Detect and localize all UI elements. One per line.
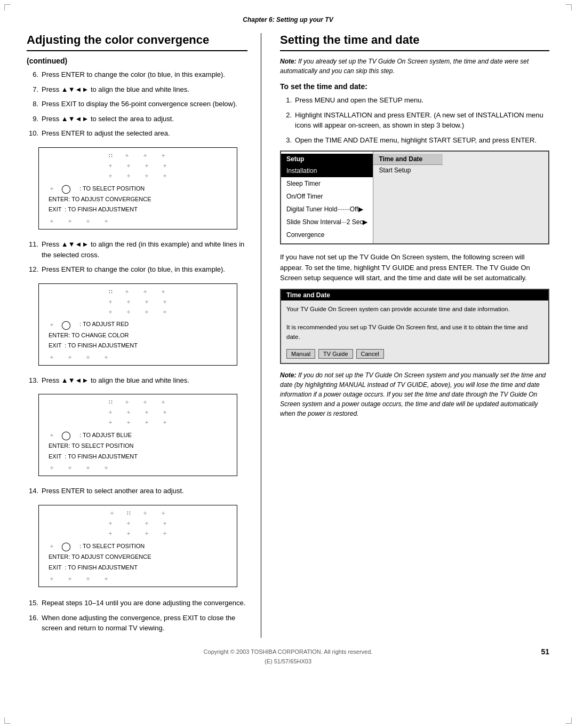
tv-dialog-header: Time and Date [281, 290, 548, 300]
tv-menu-item-convergence: Convergence [281, 228, 373, 241]
tv-dialog: Time and Date Your TV Guide On Screen sy… [280, 289, 549, 364]
footer-copyright: Copyright © 2003 TOSHIBA CORPORATION. Al… [204, 648, 373, 655]
grid-diagram-1: ∷ ＋ ＋ ＋ ＋ ＋ ＋ ＋ ＋ ＋ [38, 147, 237, 230]
footer-model: (E) 51/57/65HX03 [27, 657, 549, 665]
page: Chapter 6: Setting up your TV Adjusting … [0, 0, 576, 728]
list-item: 7. Press ▲▼◄► to align the blue and whit… [27, 84, 247, 95]
tv-menu-right: Time and Date Start Setup [373, 152, 443, 243]
tv-menu-item-digital-tuner: Digital Tuner Hold·······Off▶ [281, 203, 373, 216]
corner-bl [4, 717, 11, 724]
tv-menu-left-header: Setup [281, 154, 373, 164]
note-bottom: Note: If you do not set up the TV Guide … [280, 370, 549, 418]
grid-diagram-3: ∷ ＋ ＋ ＋ ＋ ＋ ＋ ＋ ＋ ＋ [38, 394, 237, 476]
left-section-title: Adjusting the color convergence [27, 33, 247, 51]
steps-list-3: 13. Press ▲▼◄► to align the blue and whi… [27, 375, 247, 386]
col-right: Setting the time and date Note: If you a… [277, 33, 549, 425]
list-item: 1. Press MENU and open the SETUP menu. [280, 95, 549, 106]
tv-menu-right-item-start-setup: Start Setup [373, 165, 443, 176]
right-steps-list: 1. Press MENU and open the SETUP menu. 2… [280, 95, 549, 145]
tv-guide-button[interactable]: TV Guide [318, 349, 353, 359]
tv-menu-left: Setup Installation Sleep Timer On/Off Ti… [281, 152, 373, 243]
chapter-header: Chapter 6: Setting up your TV [27, 16, 549, 23]
right-section-title: Setting the time and date [280, 33, 549, 51]
corner-tl [4, 4, 11, 11]
tv-dialog-body: Your TV Guide On Screen system can provi… [281, 300, 548, 346]
steps-list-2: 11. Press ▲▼◄► to align the red (in this… [27, 239, 247, 275]
tv-menu-screenshot: Setup Installation Sleep Timer On/Off Ti… [280, 151, 549, 244]
left-subsection-title: (continued) [27, 57, 247, 65]
note-top: Note: If you already set up the TV Guide… [280, 57, 549, 76]
grid-diagram-4: ＋ ∷ ＋ ＋ ＋ ＋ ＋ ＋ ＋ ＋ [38, 505, 237, 587]
page-inner: Chapter 6: Setting up your TV Adjusting … [0, 0, 576, 681]
manual-button[interactable]: Manual [286, 349, 315, 359]
page-number: 51 [541, 647, 549, 656]
to-set-label: To set the time and date: [280, 82, 549, 91]
page-footer: Copyright © 2003 TOSHIBA CORPORATION. Al… [27, 648, 549, 655]
grid-diagram-2: ∷ ＋ ＋ ＋ ＋ ＋ ＋ ＋ ＋ ＋ [38, 283, 237, 366]
list-item: 14. Press ENTER to select another area t… [27, 486, 247, 496]
list-item: 2. Highlight INSTALLATION and press ENTE… [280, 110, 549, 131]
steps-list-5: 15. Repeat steps 10–14 until you are don… [27, 598, 247, 634]
list-item: 11. Press ▲▼◄► to align the red (in this… [27, 239, 247, 260]
para-1: If you have not set up the TV Guide On S… [280, 252, 549, 283]
tv-menu-right-header: Time and Date [373, 154, 443, 165]
list-item: 16. When done adjusting the convergence,… [27, 613, 247, 634]
tv-menu-item-sleep-timer: Sleep Timer [281, 177, 373, 190]
tv-menu-item-slide-show: Slide Show Interval···2 Sec▶ [281, 216, 373, 228]
corner-tr [565, 4, 572, 11]
list-item: 10. Press ENTER to adjust the selected a… [27, 128, 247, 139]
tv-menu-item-installation: Installation [281, 164, 373, 177]
list-item: 6. Press ENTER to change the color (to b… [27, 69, 247, 80]
list-item: 15. Repeat steps 10–14 until you are don… [27, 598, 247, 608]
list-item: 3. Open the TIME AND DATE menu, highligh… [280, 135, 549, 146]
steps-list: 6. Press ENTER to change the color (to b… [27, 69, 247, 139]
tv-dialog-buttons: Manual TV Guide Cancel [281, 346, 548, 363]
two-col-layout: Adjusting the color convergence (continu… [27, 33, 549, 638]
corner-br [565, 717, 572, 724]
cancel-button[interactable]: Cancel [356, 349, 384, 359]
list-item: 13. Press ▲▼◄► to align the blue and whi… [27, 375, 247, 386]
list-item: 12. Press ENTER to change the color (to … [27, 264, 247, 275]
steps-list-4: 14. Press ENTER to select another area t… [27, 486, 247, 496]
list-item: 9. Press ▲▼◄► to select the area to adju… [27, 114, 247, 124]
col-left: Adjusting the color convergence (continu… [27, 33, 261, 638]
list-item: 8. Press EXIT to display the 56-point co… [27, 99, 247, 109]
tv-menu-item-onoff-timer: On/Off Timer [281, 190, 373, 203]
